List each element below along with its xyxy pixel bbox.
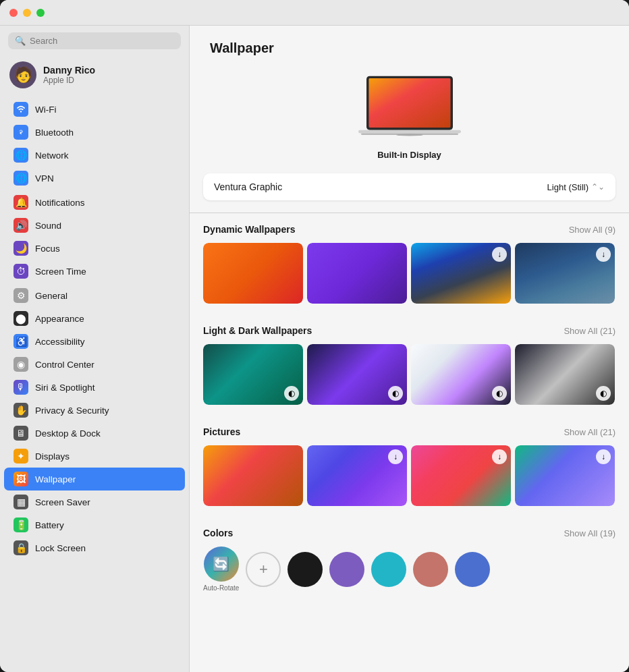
sidebar-item-lockscreen[interactable]: 🔒 Lock Screen: [4, 536, 185, 559]
lightdark-thumb-3[interactable]: ◐: [411, 344, 511, 405]
sidebar: 🔍 🧑 Danny Rico Apple ID W: [0, 26, 190, 672]
dynamic-thumb-4[interactable]: ↓: [515, 243, 615, 304]
accessibility-icon: ♿: [13, 334, 28, 349]
colors-grid: 🔄 Auto-Rotate +: [203, 547, 616, 592]
minimize-button[interactable]: [23, 9, 31, 17]
user-info: Danny Rico Apple ID: [43, 65, 95, 85]
sidebar-item-general[interactable]: ⚙ General: [4, 284, 185, 307]
sidebar-item-screensaver[interactable]: ▦ Screen Saver: [4, 491, 185, 513]
pictures-thumb-3[interactable]: ↓: [411, 445, 511, 506]
lockscreen-icon: 🔒: [13, 540, 28, 555]
general-icon: ⚙: [13, 288, 28, 303]
sidebar-section-network: Wi-Fi Bluetooth 🌐 Network 🌐 VPN: [0, 98, 189, 190]
sidebar-item-privacy[interactable]: ✋ Privacy & Security: [4, 399, 185, 422]
cloud-download-icon-3: ↓: [492, 247, 507, 262]
color-swatch-cyan[interactable]: [371, 552, 406, 587]
pictures-thumb-4[interactable]: ↓: [515, 445, 615, 506]
sidebar-item-notifications[interactable]: 🔔 Notifications: [4, 191, 185, 214]
sidebar-item-focus[interactable]: 🌙 Focus: [4, 237, 185, 260]
colors-section: Colors Show All (19) 🔄 Auto-Rotate +: [190, 517, 629, 603]
focus-icon: 🌙: [13, 241, 28, 256]
lightdark-wallpapers-section: Light & Dark Wallpapers Show All (21) ◐ …: [190, 314, 629, 416]
sidebar-section-notifications: 🔔 Notifications 🔊 Sound 🌙 Focus ⏱ Screen…: [0, 191, 189, 283]
app-window: 🔍 🧑 Danny Rico Apple ID W: [0, 0, 629, 672]
cloud-download-icon-pic4: ↓: [596, 449, 611, 464]
svg-rect-4: [358, 130, 461, 134]
lightdark-show-all[interactable]: Show All (21): [564, 326, 616, 336]
sidebar-item-appearance[interactable]: ⬤ Appearance: [4, 307, 185, 330]
sidebar-item-accessibility[interactable]: ♿ Accessibility: [4, 330, 185, 353]
lightdark-section-title: Light & Dark Wallpapers: [203, 325, 312, 336]
main-content: 🔍 🧑 Danny Rico Apple ID W: [0, 26, 629, 672]
sidebar-item-vpn[interactable]: 🌐 VPN: [4, 167, 185, 190]
controlcenter-icon: ◉: [13, 357, 28, 372]
pictures-thumb-2[interactable]: ↓: [307, 445, 407, 506]
sidebar-item-screentime[interactable]: ⏱ Screen Time: [4, 260, 185, 283]
lightdark-thumb-1[interactable]: ◐: [203, 344, 303, 405]
sidebar-label-network: Network: [35, 150, 69, 161]
dynamic-thumb-2[interactable]: [307, 243, 407, 304]
auto-rotate-item[interactable]: 🔄 Auto-Rotate: [203, 547, 239, 592]
wallpaper-selector[interactable]: Ventura Graphic Light (Still) ⌃⌄: [203, 173, 616, 200]
colors-section-title: Colors: [203, 528, 233, 538]
sidebar-item-wallpaper[interactable]: 🖼 Wallpaper: [4, 468, 185, 491]
dynamic-section-header: Dynamic Wallpapers Show All (9): [203, 224, 616, 235]
dynamic-thumb-3[interactable]: ↓: [411, 243, 511, 304]
pictures-show-all[interactable]: Show All (21): [564, 427, 616, 437]
dynamic-thumb-1[interactable]: [203, 243, 303, 304]
sidebar-item-sound[interactable]: 🔊 Sound: [4, 214, 185, 237]
cloud-download-icon-pic3: ↓: [492, 449, 507, 464]
lightdark-thumb-2[interactable]: ◐: [307, 344, 407, 405]
chevron-updown-icon: ⌃⌄: [591, 182, 605, 192]
sidebar-item-siri[interactable]: 🎙 Siri & Spotlight: [4, 376, 185, 399]
color-swatch-purple[interactable]: [329, 552, 364, 587]
pictures-thumb-1[interactable]: [203, 445, 303, 506]
sidebar-label-wifi: Wi-Fi: [35, 105, 56, 115]
sidebar-item-wifi[interactable]: Wi-Fi: [4, 98, 185, 121]
dynamic-wallpapers-section: Dynamic Wallpapers Show All (9) ↓: [190, 213, 629, 314]
sidebar-item-bluetooth[interactable]: Bluetooth: [4, 121, 185, 144]
sidebar-label-focus: Focus: [35, 244, 60, 254]
privacy-icon: ✋: [13, 403, 28, 418]
colors-show-all[interactable]: Show All (19): [564, 528, 616, 538]
sidebar-item-displays[interactable]: ✦ Displays: [4, 445, 185, 468]
sidebar-item-desktop[interactable]: 🖥 Desktop & Dock: [4, 422, 185, 445]
sidebar-label-appearance: Appearance: [35, 314, 84, 324]
add-color-button[interactable]: +: [246, 552, 281, 587]
sidebar-item-network[interactable]: 🌐 Network: [4, 144, 185, 167]
user-profile[interactable]: 🧑 Danny Rico Apple ID: [0, 55, 189, 95]
pictures-section-header: Pictures Show All (21): [203, 426, 616, 437]
dynamic-show-all[interactable]: Show All (9): [569, 225, 616, 235]
sidebar-item-controlcenter[interactable]: ◉ Control Center: [4, 353, 185, 376]
svg-point-6: [396, 134, 423, 136]
main-panel: Wallpaper: [190, 26, 629, 672]
sidebar-label-screensaver: Screen Saver: [35, 497, 90, 507]
desktop-icon: 🖥: [13, 426, 28, 441]
laptop-preview-svg: [356, 74, 464, 144]
display-label: Built-in Display: [377, 150, 441, 160]
pictures-section-title: Pictures: [203, 426, 240, 437]
pictures-thumb-1-bg: [203, 445, 303, 506]
color-swatch-blue[interactable]: [455, 552, 490, 587]
sidebar-item-battery[interactable]: 🔋 Battery: [4, 513, 185, 536]
maximize-button[interactable]: [36, 9, 45, 17]
sidebar-label-general: General: [35, 291, 67, 301]
color-swatch-black[interactable]: [288, 552, 323, 587]
pictures-section: Pictures Show All (21) ↓ ↓: [190, 416, 629, 517]
search-bar[interactable]: 🔍: [8, 32, 181, 49]
sidebar-label-desktop: Desktop & Dock: [35, 428, 101, 439]
wifi-icon: [13, 102, 28, 117]
wallpaper-style-dropdown[interactable]: Light (Still) ⌃⌄: [547, 182, 605, 192]
sidebar-label-lockscreen: Lock Screen: [35, 543, 86, 553]
close-button[interactable]: [9, 9, 18, 17]
display-preview: Built-in Display: [190, 67, 629, 173]
light-dark-toggle-icon-2: ◐: [388, 386, 403, 401]
displays-icon: ✦: [13, 449, 28, 464]
color-swatch-rose[interactable]: [413, 552, 448, 587]
search-input[interactable]: [30, 36, 174, 46]
vpn-icon: 🌐: [13, 171, 28, 186]
screentime-icon: ⏱: [13, 264, 28, 279]
lightdark-thumb-4[interactable]: ◐: [515, 344, 615, 405]
sidebar-label-sound: Sound: [35, 221, 61, 231]
appearance-icon: ⬤: [13, 311, 28, 326]
